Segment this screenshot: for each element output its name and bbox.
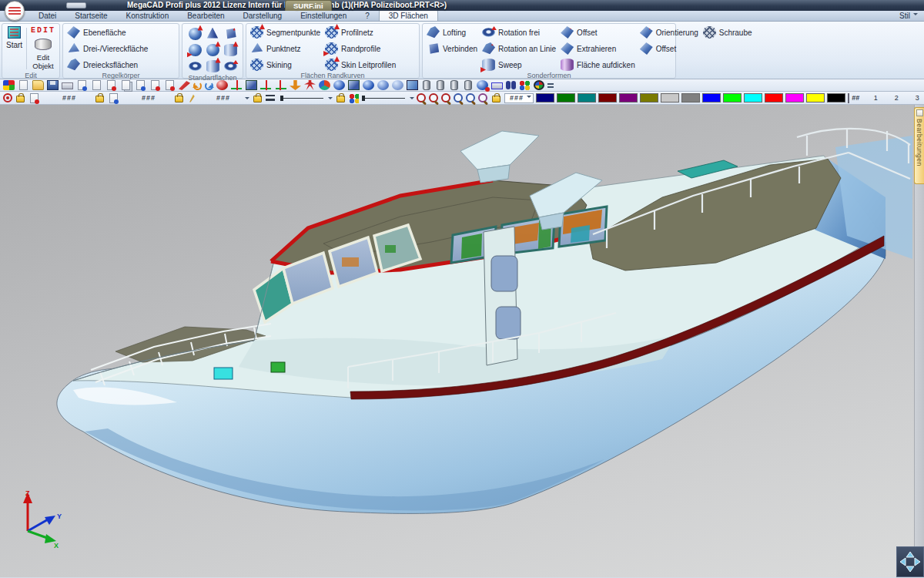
- box-3d-icon[interactable]: [246, 80, 257, 90]
- schraube-button[interactable]: Schraube: [703, 26, 752, 39]
- linetype-dropdown-icon[interactable]: [410, 97, 414, 102]
- special-color-icon[interactable]: [848, 93, 849, 103]
- profilnetz-button[interactable]: Profilnetz: [325, 26, 396, 39]
- color-lock-icon[interactable]: [492, 96, 500, 102]
- layer-icon[interactable]: [30, 93, 38, 103]
- page-settings-icon[interactable]: [136, 80, 145, 90]
- viewport-3d[interactable]: Z Y X Bearbeitungen: [0, 105, 924, 577]
- binoculars-icon[interactable]: [506, 81, 511, 89]
- dreiecksflaechen-button[interactable]: Dreiecksflächen: [67, 59, 148, 71]
- tab-darstellung[interactable]: Darstellung: [234, 11, 292, 21]
- pan-navigation-button[interactable]: [896, 546, 924, 577]
- save-file-icon[interactable]: [47, 80, 59, 90]
- layer-value[interactable]: ###: [58, 94, 81, 102]
- palette-maroon[interactable]: [598, 93, 617, 102]
- lofting-button[interactable]: Lofting: [427, 26, 477, 39]
- color-wheel-icon[interactable]: [534, 80, 544, 90]
- palette-teal[interactable]: [578, 93, 596, 102]
- rotation-frei-button[interactable]: Rotation frei: [482, 26, 556, 39]
- mode-colors-icon[interactable]: [3, 80, 15, 90]
- offset2-button[interactable]: Offset: [640, 42, 698, 55]
- page-import-icon[interactable]: [107, 80, 116, 90]
- solid-view-icon[interactable]: [348, 80, 360, 90]
- zoom-out-icon[interactable]: [466, 93, 476, 103]
- spool-surface-button[interactable]: [224, 44, 237, 56]
- start-label[interactable]: Start: [6, 41, 22, 49]
- verbinden-button[interactable]: Verbinden: [427, 42, 477, 55]
- rotation-an-linie-button[interactable]: Rotation an Linie: [482, 42, 556, 55]
- ebeneflaeche-button[interactable]: Ebenefläche: [67, 26, 148, 39]
- layer-lock-icon[interactable]: [16, 96, 25, 102]
- offset-button[interactable]: Offset: [561, 26, 635, 39]
- sweep-button[interactable]: Sweep: [482, 59, 556, 71]
- cylinder-tool-2-icon[interactable]: [437, 80, 444, 90]
- undo-icon[interactable]: [193, 82, 202, 90]
- punktnetz-button[interactable]: Punktnetz: [250, 42, 320, 55]
- zoom-in-red-icon[interactable]: [441, 93, 451, 103]
- stil-dropdown[interactable]: Stil: [893, 11, 924, 21]
- bearbeitungen-tab[interactable]: Bearbeitungen: [914, 107, 924, 184]
- palette-magenta[interactable]: [785, 93, 804, 102]
- open-file-icon[interactable]: [32, 80, 44, 90]
- tab-3d-flaechen[interactable]: 3D Flächen: [379, 10, 438, 21]
- color-dots-icon[interactable]: [519, 80, 531, 90]
- disc-surface-button[interactable]: [224, 62, 237, 71]
- edit-objekt-button[interactable]: EDIT EditObjekt: [31, 26, 55, 71]
- palette-purple[interactable]: [619, 93, 638, 102]
- export-b-icon[interactable]: [166, 80, 174, 90]
- mprl-icon[interactable]: [477, 80, 488, 90]
- megacad-logo[interactable]: [5, 1, 25, 21]
- pen-lock-icon[interactable]: [175, 96, 183, 102]
- color-value-box[interactable]: ###: [504, 93, 534, 103]
- skining-button[interactable]: Skining: [250, 59, 320, 71]
- print-preview-icon[interactable]: [78, 80, 86, 90]
- quick-access-toolbar[interactable]: [66, 2, 86, 8]
- sphere-hr-surface-button[interactable]: [189, 44, 202, 56]
- cylinder-tool-3-icon[interactable]: [450, 80, 458, 90]
- pen-value[interactable]: ###: [212, 94, 235, 102]
- group-value[interactable]: ###: [137, 94, 160, 102]
- cylinder-tool-4-icon[interactable]: [464, 80, 472, 90]
- print-icon[interactable]: [62, 82, 73, 89]
- new-file-icon[interactable]: [19, 80, 28, 90]
- torus-surface-button[interactable]: [189, 62, 202, 71]
- linewidth-dropdown-icon[interactable]: [328, 97, 333, 102]
- palette-lime[interactable]: [723, 93, 742, 102]
- palette-silver[interactable]: [661, 93, 679, 102]
- sphere-axis-surface-button[interactable]: [206, 44, 219, 56]
- globe-icon[interactable]: [333, 80, 345, 90]
- cylinder-surface-button[interactable]: [206, 60, 219, 72]
- skin-leitprofilen-button[interactable]: Skin Leitprofilen: [325, 59, 396, 71]
- palette-green[interactable]: [557, 93, 575, 102]
- palette-yellow[interactable]: [806, 93, 825, 102]
- group-lock-icon[interactable]: [95, 96, 104, 102]
- tab-datei[interactable]: Datei: [29, 11, 65, 21]
- pen-icon[interactable]: [187, 93, 197, 103]
- cylinder-tool-1-icon[interactable]: [423, 80, 430, 90]
- panel-view-icon[interactable]: [407, 80, 418, 90]
- tab-konstruktion[interactable]: Konstruktion: [117, 11, 179, 21]
- move-y-icon[interactable]: [275, 80, 286, 90]
- drei-viereckflaeche-button[interactable]: Drei-/Viereckfläche: [67, 42, 148, 55]
- render-sphere-icon[interactable]: [319, 80, 330, 90]
- toolbar-overflow-icon[interactable]: [547, 80, 554, 90]
- view-button-2[interactable]: 2: [887, 94, 906, 102]
- extrahieren-button[interactable]: Extrahieren: [561, 42, 635, 55]
- cone-surface-button[interactable]: [206, 28, 219, 40]
- linewidth-lock-icon[interactable]: [253, 96, 262, 102]
- orientierung-button[interactable]: Orientierung: [640, 26, 698, 39]
- axes-tool-icon[interactable]: [231, 80, 243, 90]
- zoom-out-red-icon[interactable]: [417, 93, 427, 103]
- boat-3d-model[interactable]: [0, 105, 924, 577]
- plot-icon[interactable]: [491, 82, 503, 89]
- palette-gray[interactable]: [681, 93, 700, 102]
- palette-navy[interactable]: [536, 93, 554, 102]
- page-view-icon[interactable]: [92, 80, 101, 90]
- view-button-3[interactable]: 3: [908, 94, 924, 102]
- tab-startseite[interactable]: Startseite: [65, 11, 116, 21]
- snap-sphere-icon[interactable]: [216, 80, 228, 90]
- hidden-line-view-icon[interactable]: [392, 80, 403, 90]
- redo-icon[interactable]: [205, 82, 213, 90]
- view-button-1[interactable]: 1: [866, 94, 885, 102]
- randprofile-button[interactable]: Randprofile: [325, 42, 396, 55]
